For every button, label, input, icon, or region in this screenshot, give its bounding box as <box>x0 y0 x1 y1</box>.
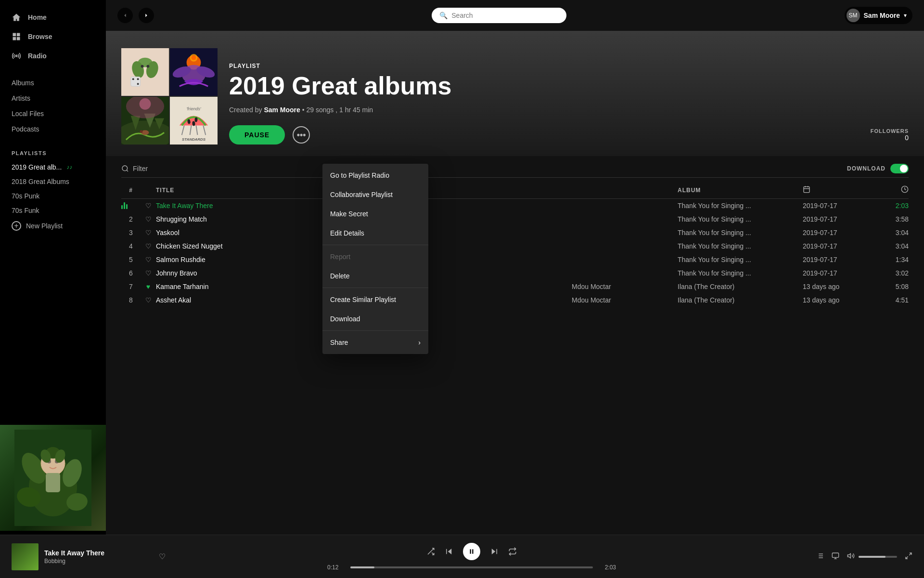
user-profile[interactable]: SM Sam Moore ▾ <box>845 7 912 24</box>
track-duration: 3:04 <box>870 229 909 236</box>
svg-rect-2 <box>13 37 16 40</box>
more-options-button[interactable]: ••• <box>293 126 310 144</box>
svg-rect-65 <box>470 549 471 553</box>
track-date: 2019-07-17 <box>803 242 870 250</box>
pause-button[interactable]: PAUSE <box>229 125 285 144</box>
track-number: 2 <box>121 215 141 223</box>
context-menu-edit-details[interactable]: Edit Details <box>322 223 428 243</box>
volume-icon-button[interactable] <box>847 552 855 562</box>
context-menu-collaborative[interactable]: Collaborative Playlist <box>322 185 428 204</box>
track-like-button[interactable]: ♡ <box>141 269 156 277</box>
track-like-button[interactable]: ♡ <box>141 256 156 263</box>
next-button[interactable] <box>490 547 499 556</box>
new-playlist-button[interactable]: + New Playlist <box>0 218 106 234</box>
context-menu-make-secret[interactable]: Make Secret <box>322 204 428 223</box>
context-menu-playlist-radio[interactable]: Go to Playlist Radio <box>322 166 428 185</box>
sidebar-item-home[interactable]: Home <box>0 8 106 27</box>
context-menu-create-similar[interactable]: Create Similar Playlist <box>322 290 428 309</box>
pause-play-button[interactable] <box>463 543 480 560</box>
track-row[interactable]: 4 ♡ Chicken Sized Nugget Thank You for S… <box>121 239 909 253</box>
sidebar-library: Albums Artists Local Files Podcasts <box>0 73 106 139</box>
sidebar-item-2018-playlist[interactable]: 2018 Great Albums <box>0 174 106 189</box>
sidebar-item-home-label: Home <box>28 13 47 21</box>
sidebar-item-podcasts[interactable]: Podcasts <box>0 121 106 137</box>
playlist-header: STANDARDS 'friends' PLAYLIST 2019 Great … <box>106 31 924 156</box>
track-row[interactable]: ♡ Take It Away There Thank You for Singi… <box>121 199 909 212</box>
player-controls: 0:12 2:03 <box>166 543 778 571</box>
progress-track[interactable] <box>350 566 593 568</box>
repeat-button[interactable] <box>508 547 517 556</box>
context-menu-download[interactable]: Download <box>322 309 428 328</box>
context-menu-share[interactable]: Share › <box>322 333 428 352</box>
track-album: Thank You for Singing ... <box>678 202 803 210</box>
playlists-section: PLAYLISTS 2019 Great alb... ♪♪ 2018 Grea… <box>0 139 106 238</box>
volume-track[interactable] <box>859 556 897 558</box>
search-input[interactable] <box>451 12 559 19</box>
followers-label: FOLLOWERS <box>871 128 909 134</box>
devices-button[interactable] <box>832 552 839 562</box>
followers-count: 0 <box>871 134 909 142</box>
toggle-knob <box>900 165 908 172</box>
progress-bar-container: 0:12 2:03 <box>327 564 616 571</box>
cover-cell-2 <box>170 48 218 96</box>
avatar: SM <box>847 9 860 22</box>
sidebar-item-artists[interactable]: Artists <box>0 91 106 106</box>
forward-button[interactable] <box>139 8 154 23</box>
context-menu-separator-3 <box>322 330 428 331</box>
track-row[interactable]: 8 ♡ Asshet Akal Mdou Moctar Ilana (The C… <box>121 293 909 307</box>
track-like-button[interactable]: ♡ <box>141 202 156 210</box>
sidebar-item-70s-punk[interactable]: 70s Punk <box>0 189 106 203</box>
track-list-area[interactable]: Filter Download # TITLE ALBUM <box>106 156 924 535</box>
context-menu-delete[interactable]: Delete <box>322 266 428 286</box>
track-row[interactable]: 3 ♡ Yaskool Thank You for Singing ... 20… <box>121 226 909 239</box>
track-like-button[interactable]: ♡ <box>141 215 156 223</box>
svg-rect-0 <box>13 33 16 37</box>
context-menu-delete-label: Delete <box>330 272 349 280</box>
player-heart-button[interactable]: ♡ <box>159 552 166 561</box>
sound-playing-icon: ♪♪ <box>66 164 72 171</box>
track-like-button[interactable]: ♥ <box>141 283 156 290</box>
svg-rect-66 <box>472 549 473 553</box>
track-row[interactable]: 7 ♥ Kamane Tarhanin Mdou Moctar Ilana (T… <box>121 280 909 293</box>
svg-point-28 <box>137 78 139 80</box>
track-album: Ilana (The Creator) <box>678 283 803 290</box>
sidebar-item-browse[interactable]: Browse <box>0 27 106 46</box>
svg-text:'friends': 'friends' <box>186 106 201 111</box>
track-duration: 3:58 <box>870 215 909 223</box>
track-like-button[interactable]: ♡ <box>141 242 156 250</box>
track-number: 8 <box>121 296 141 304</box>
sidebar-item-70s-funk[interactable]: 70s Funk <box>0 203 106 218</box>
queue-button[interactable] <box>816 552 824 562</box>
track-album: Thank You for Singing ... <box>678 242 803 250</box>
back-button[interactable] <box>117 8 133 23</box>
download-toggle-switch[interactable] <box>890 164 909 173</box>
chevron-down-icon: ▾ <box>904 12 907 19</box>
context-menu-make-secret-label: Make Secret <box>330 210 368 218</box>
sidebar-item-albums[interactable]: Albums <box>0 75 106 91</box>
sidebar-item-2019-playlist[interactable]: 2019 Great alb... ♪♪ <box>0 160 106 174</box>
filter-placeholder: Filter <box>133 165 148 172</box>
track-like-button[interactable]: ♡ <box>141 296 156 304</box>
col-duration-header <box>870 185 909 195</box>
prev-button[interactable] <box>445 547 453 556</box>
search-bar[interactable]: 🔍 <box>432 8 566 23</box>
sidebar-item-radio[interactable]: Radio <box>0 46 106 66</box>
track-number: 6 <box>121 269 141 277</box>
svg-rect-25 <box>131 77 141 86</box>
context-menu-report-label: Report <box>330 253 350 261</box>
track-number: 5 <box>121 256 141 263</box>
track-row[interactable]: 2 ♡ Shrugging Match Thank You for Singin… <box>121 212 909 226</box>
sidebar-item-browse-label: Browse <box>28 33 52 40</box>
track-like-button[interactable]: ♡ <box>141 229 156 236</box>
now-playing-artist: Bobbing <box>44 558 153 565</box>
track-date: 2019-07-17 <box>803 202 870 210</box>
shuffle-button[interactable] <box>426 547 435 556</box>
filter-search-icon <box>121 165 129 172</box>
sidebar-item-local-files[interactable]: Local Files <box>0 106 106 121</box>
track-row[interactable]: 6 ♡ Johnny Bravo Thank You for Singing .… <box>121 266 909 280</box>
track-row[interactable]: 5 ♡ Salmon Rushdie Thank You for Singing… <box>121 253 909 266</box>
fullscreen-button[interactable] <box>905 552 912 562</box>
context-menu-create-similar-label: Create Similar Playlist <box>330 296 396 303</box>
filter-input-container[interactable]: Filter <box>121 165 148 172</box>
track-number <box>121 202 141 209</box>
